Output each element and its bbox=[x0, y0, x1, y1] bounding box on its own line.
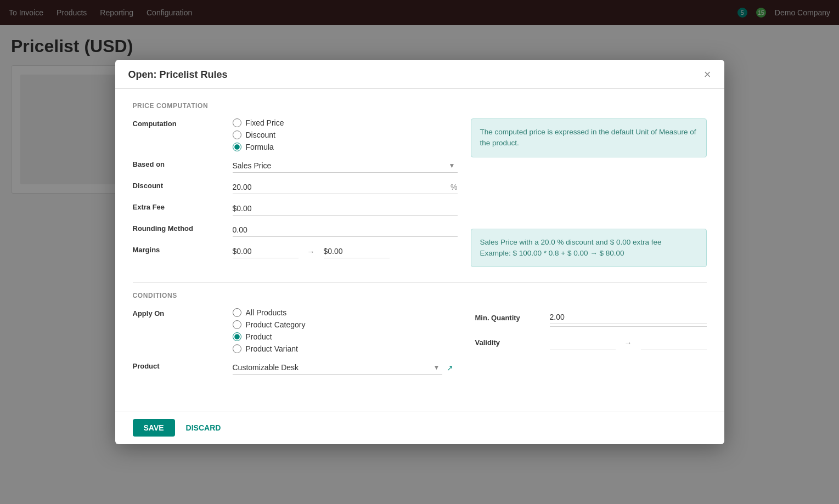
discount-control: % bbox=[233, 180, 458, 194]
radio-formula-label: Formula bbox=[246, 143, 274, 151]
extra-fee-control bbox=[233, 202, 458, 216]
rounding-method-row: Rounding Method bbox=[133, 223, 458, 237]
discount-label: Discount bbox=[133, 180, 226, 190]
product-input-row: Customizable Desk Desk Combination Cabin… bbox=[233, 361, 453, 375]
price-computation-form: Computation Fixed Price Disco bbox=[133, 118, 458, 267]
validity-inputs: → bbox=[550, 336, 707, 349]
discount-suffix: % bbox=[448, 183, 457, 191]
price-computation-header: Price Computation bbox=[133, 102, 707, 110]
radio-formula[interactable]: Formula bbox=[233, 143, 458, 151]
formula-info-line2: Example: $ 100.00 * 0.8 + $ 0.00 → $ 80.… bbox=[480, 248, 697, 259]
margins-control: → bbox=[233, 245, 458, 258]
radio-product-label: Product bbox=[246, 332, 272, 341]
conditions-right: Min. Quantity Validity → bbox=[475, 308, 707, 382]
min-quantity-label: Min. Quantity bbox=[475, 314, 541, 322]
discount-input[interactable] bbox=[233, 180, 449, 194]
price-computation-layout: Computation Fixed Price Disco bbox=[133, 118, 707, 267]
discount-input-wrapper: % bbox=[233, 180, 458, 194]
radio-product-variant-input[interactable] bbox=[233, 344, 241, 353]
modal-title: Open: Pricelist Rules bbox=[128, 69, 228, 81]
radio-all-products-input[interactable] bbox=[233, 308, 241, 317]
validity-arrow-icon: → bbox=[620, 338, 637, 347]
rounding-method-label: Rounding Method bbox=[133, 223, 226, 233]
radio-formula-input[interactable] bbox=[233, 143, 241, 151]
margins-to-input[interactable] bbox=[324, 245, 390, 258]
extra-fee-input[interactable] bbox=[233, 202, 458, 216]
discard-button[interactable]: DISCARD bbox=[184, 419, 223, 437]
conditions-header: Conditions bbox=[133, 292, 707, 299]
formula-info-spacer: Sales Price with a 20.0 % discount and $… bbox=[471, 229, 707, 268]
margins-label: Margins bbox=[133, 245, 226, 254]
radio-all-products-label: All Products bbox=[246, 308, 287, 317]
apply-on-control: All Products Product Category Product bbox=[233, 308, 453, 353]
apply-on-label: Apply On bbox=[133, 308, 226, 318]
section-divider bbox=[133, 282, 707, 283]
based-on-label: Based on bbox=[133, 159, 226, 168]
rounding-method-input[interactable] bbox=[233, 223, 458, 237]
margins-from-input[interactable] bbox=[233, 245, 299, 258]
conditions-grid: Apply On All Products Product bbox=[133, 308, 707, 382]
based-on-select[interactable]: Sales Price Other Pricelist Cost bbox=[233, 159, 458, 172]
formula-info-box: Sales Price with a 20.0 % discount and $… bbox=[471, 229, 707, 268]
product-select[interactable]: Customizable Desk Desk Combination Cabin… bbox=[233, 361, 442, 374]
validity-row-container: Validity → bbox=[475, 336, 707, 349]
radio-product-category[interactable]: Product Category bbox=[233, 320, 453, 329]
modal-overlay: Open: Pricelist Rules × Price Computatio… bbox=[0, 0, 839, 504]
min-quantity-row: Min. Quantity bbox=[475, 308, 707, 327]
radio-fixed-price-input[interactable] bbox=[233, 118, 241, 127]
product-external-link-icon[interactable]: ↗ bbox=[447, 364, 453, 372]
radio-discount-label: Discount bbox=[246, 131, 275, 139]
formula-info-line1: Sales Price with a 20.0 % discount and $… bbox=[480, 237, 697, 248]
modal-dialog: Open: Pricelist Rules × Price Computatio… bbox=[115, 60, 724, 444]
product-row-container: Product Customizable Desk Desk Combinati… bbox=[133, 361, 453, 375]
modal-body: Price Computation Computation Fixed Pric… bbox=[115, 89, 724, 411]
based-on-control: Sales Price Other Pricelist Cost ▼ bbox=[233, 159, 458, 173]
computation-radio-group: Fixed Price Discount Formula bbox=[233, 118, 458, 151]
computation-control: Fixed Price Discount Formula bbox=[233, 118, 458, 151]
apply-on-radio-group: All Products Product Category Product bbox=[233, 308, 453, 353]
computation-row: Computation Fixed Price Disco bbox=[133, 118, 458, 151]
radio-product-variant-label: Product Variant bbox=[246, 344, 298, 353]
radio-product-input[interactable] bbox=[233, 332, 241, 341]
extra-fee-row: Extra Fee bbox=[133, 202, 458, 216]
conditions-section: Conditions Apply On All Products bbox=[133, 292, 707, 382]
conditions-left: Apply On All Products Product bbox=[133, 308, 453, 382]
validity-label: Validity bbox=[475, 338, 541, 347]
min-quantity-value bbox=[550, 308, 707, 327]
apply-on-row: Apply On All Products Product bbox=[133, 308, 453, 353]
radio-product-category-input[interactable] bbox=[233, 320, 241, 329]
radio-all-products[interactable]: All Products bbox=[233, 308, 453, 317]
price-computation-info-col: The computed price is expressed in the d… bbox=[471, 118, 707, 267]
based-on-select-wrapper: Sales Price Other Pricelist Cost ▼ bbox=[233, 159, 458, 173]
modal-footer: SAVE DISCARD bbox=[115, 411, 724, 444]
radio-discount[interactable]: Discount bbox=[233, 131, 458, 139]
radio-fixed-price[interactable]: Fixed Price bbox=[233, 118, 458, 127]
radio-fixed-price-label: Fixed Price bbox=[246, 118, 284, 127]
extra-fee-label: Extra Fee bbox=[133, 202, 226, 211]
save-button[interactable]: SAVE bbox=[133, 419, 175, 437]
computation-label: Computation bbox=[133, 118, 226, 128]
product-control: Customizable Desk Desk Combination Cabin… bbox=[233, 361, 453, 375]
product-label: Product bbox=[133, 361, 226, 370]
margins-arrow-icon: → bbox=[303, 247, 319, 256]
margins-row: Margins → bbox=[133, 245, 458, 258]
radio-product-variant[interactable]: Product Variant bbox=[233, 344, 453, 353]
price-computation-section: Price Computation Computation Fixed Pric… bbox=[133, 102, 707, 267]
radio-product-category-label: Product Category bbox=[246, 320, 306, 329]
modal-close-button[interactable]: × bbox=[704, 69, 711, 81]
price-info-box-1: The computed price is expressed in the d… bbox=[471, 118, 707, 157]
discount-row: Discount % bbox=[133, 180, 458, 194]
validity-to-input[interactable] bbox=[641, 336, 707, 349]
margins-inputs: → bbox=[233, 245, 458, 258]
min-quantity-input[interactable] bbox=[550, 310, 707, 324]
validity-from-input[interactable] bbox=[550, 336, 616, 349]
radio-product[interactable]: Product bbox=[233, 332, 453, 341]
modal-header: Open: Pricelist Rules × bbox=[115, 60, 724, 89]
rounding-method-control bbox=[233, 223, 458, 237]
radio-discount-input[interactable] bbox=[233, 131, 241, 139]
product-select-wrapper: Customizable Desk Desk Combination Cabin… bbox=[233, 361, 442, 375]
based-on-row: Based on Sales Price Other Pricelist Cos… bbox=[133, 159, 458, 173]
